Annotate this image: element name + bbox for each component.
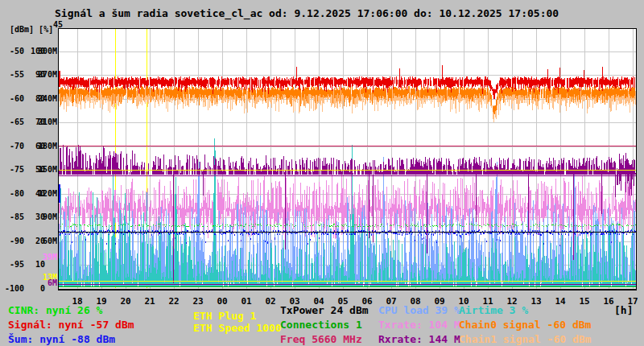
y-tick-m: 120M [35,189,57,198]
y-tick-dbm: -60 [0,94,24,103]
y-tick-m: 270M [35,70,57,79]
y-tick-dbm: -85 [0,212,24,221]
eth-speed-legend: ETH Speed 1000 [193,323,282,334]
x-tick-hour: 23 [190,297,206,307]
eth-plug-legend: ETH Plug 1 [193,311,256,322]
y-axis-unit-label: [dBm] [%] [10,25,53,34]
txpower-legend: TxPower 24 dBm [280,305,369,316]
y-tick-m: 150M [35,165,57,174]
hour-unit-label: [h] [614,305,633,316]
y-tick-dbm: -95 [0,260,24,269]
y-tick-dbm: -80 [0,189,24,198]
x-tick-hour: 02 [262,297,279,307]
y-tick-m: 60M [35,237,57,245]
signal-legend: Signál: nyní -57 dBm [8,319,134,331]
y-tick-dbm: -50 [0,47,24,56]
y-tick-dbm: -100 [0,284,24,293]
x-tick-hour: 00 [214,297,230,307]
noise-legend: Šum: nyní -88 dBm [8,334,115,345]
airtime-legend: Airtime 3 % [459,305,528,316]
x-tick-hour: 01 [238,297,254,307]
y-tick-dbm: -70 [0,142,24,150]
y-tick-m: 240M [35,94,57,103]
freq-legend: Freq 5660 MHz [280,334,362,345]
x-tick-hour: 20 [118,297,134,307]
txrate-legend: Txrate: 104 M [378,319,460,331]
y-marker-label: 39M [31,253,57,262]
rxrate-legend: Rxrate: 144 M [378,334,460,345]
chain1-legend: Chain1 signal -60 dBm [459,334,591,345]
y-tick-m: 180M [35,142,57,150]
chain0-legend: Chain0 signal -60 dBm [459,319,591,331]
y-tick-dbm: -65 [0,117,24,126]
mrtg-signal-graph-screen: Signál a šum radia sovetice_cl_ac od: 9.… [0,0,644,346]
signal-noise-plot [0,0,644,346]
y-marker-label: 6M [31,278,57,287]
y-tick-m: 300M [35,47,57,56]
connections-legend: Connections 1 [280,319,362,331]
x-tick-hour: 21 [142,297,158,307]
x-tick-hour: 14 [552,297,568,307]
y-tick-m: 210M [35,117,57,126]
x-tick-hour: 15 [576,297,592,307]
y-tick-dbm: -90 [0,237,24,245]
y-tick-m: 90M [35,212,57,221]
x-tick-hour: 13 [528,297,544,307]
cinr-legend: CINR: nyní 26 % [8,305,102,316]
y-tick-dbm: -55 [0,70,24,79]
cpu-legend: CPU load 39 % [378,305,460,316]
y-tick-dbm: -75 [0,165,24,174]
x-tick-hour: 22 [166,297,182,307]
